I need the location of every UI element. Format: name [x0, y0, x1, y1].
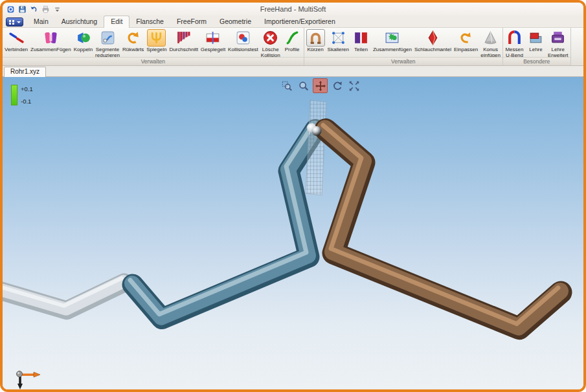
ribbon-button-koppeln[interactable]: Koppeln	[73, 29, 94, 53]
ribbon-group-1: KürzenSkalierenTeilenZusammenfügenSchlau…	[304, 28, 503, 65]
ribbon-button-label: Schlauchmantel	[414, 47, 451, 53]
einpassen-icon	[456, 29, 475, 47]
zoom-button[interactable]	[296, 78, 311, 93]
fit-view-button[interactable]	[346, 78, 361, 93]
tab-freeform[interactable]: FreeForm	[170, 16, 213, 27]
legend-max-value: +0.1	[21, 85, 33, 93]
loesche-kollision-icon	[261, 29, 280, 47]
lehre-icon	[526, 29, 545, 47]
window-title: FreeHand - MultiSoft	[3, 5, 583, 13]
ribbon-button-loesche-kollision[interactable]: Lösche Kollision	[260, 29, 282, 59]
ribbon-button-label: Lehre	[529, 47, 542, 53]
zusammenfuegen-icon	[41, 29, 60, 47]
ribbon-button-lehre-erweitert[interactable]: Lehre Erweitert	[547, 29, 570, 59]
ribbon-button-label: Spiegeln	[146, 47, 166, 53]
verbinden-icon	[7, 29, 26, 47]
ribbon-tabs: MainAusrichtungEditFlanscheFreeFormGeome…	[27, 16, 342, 27]
legend-min-value: -0.1	[21, 98, 33, 105]
rotate-button[interactable]	[330, 78, 344, 93]
title-bar[interactable]: FreeHand - MultiSoft	[3, 3, 583, 16]
kuerzen-icon	[306, 29, 325, 47]
ribbon-button-einpassen[interactable]: Einpassen	[453, 29, 479, 53]
ribbon-button-label: Kürzen	[307, 47, 323, 53]
messen-ubend-icon	[505, 29, 524, 47]
ribbon-button-label: Teilen	[354, 47, 368, 53]
ribbon-group-title: Verwalten	[304, 57, 502, 65]
ribbon-button-label: Profile	[285, 47, 300, 53]
tab-importieren-exportieren[interactable]: Importieren/Exportieren	[258, 16, 342, 27]
tab-ausrichtung[interactable]: Ausrichtung	[55, 16, 104, 27]
ribbon-group-title: Verwalten	[3, 57, 304, 65]
ribbon-button-zusammenfuegen[interactable]: ZusammenFügen	[29, 29, 73, 53]
gespiegelt-icon	[203, 29, 222, 47]
ribbon-button-label: Koppeln	[74, 47, 93, 53]
ribbon-button-zusammenfuegen2[interactable]: Zusammenfügen	[372, 29, 413, 53]
spiegeln-icon	[147, 29, 166, 47]
ribbon-button-konus-einfuegen[interactable]: Konus einfügen	[479, 29, 502, 59]
profile-icon	[283, 29, 302, 47]
ribbon-button-kollisionstest[interactable]: Kollisionstest	[227, 29, 260, 53]
ribbon-button-messen-ubend[interactable]: Messen U-Bend	[504, 29, 525, 59]
ribbon-button-label: Verbinden	[5, 47, 28, 53]
ribbon-group-0: VerbindenZusammenFügenKoppelnSegmente re…	[3, 28, 304, 65]
lehre-erweitert-icon	[548, 29, 567, 47]
tab-flansche[interactable]: Flansche	[130, 16, 170, 27]
ribbon-button-durchschnitt[interactable]: Durchschnitt	[168, 29, 199, 53]
ribbon-group-2: Messen U-BendLehreLehre ErweitertBesonde…	[503, 28, 571, 65]
ribbon-button-segmente-reduzieren[interactable]: Segmente reduzieren	[94, 29, 121, 59]
tab-edit[interactable]: Edit	[104, 16, 130, 28]
ribbon-button-label: Einpassen	[454, 47, 478, 53]
skalieren-icon	[329, 29, 348, 47]
zoom-icon	[298, 80, 310, 92]
zoom-window-button[interactable]	[279, 78, 294, 93]
ribbon-button-label: Rükwärts	[122, 47, 144, 53]
viewport-toolbar	[279, 78, 361, 93]
ribbon-button-kuerzen[interactable]: Kürzen	[305, 29, 326, 53]
zoom-window-icon	[281, 80, 293, 92]
ribbon-button-teilen[interactable]: Teilen	[350, 29, 372, 53]
ribbon-button-rueckwaerts[interactable]: Rükwärts	[121, 29, 145, 53]
ribbon-button-label: Gespiegelt	[201, 47, 225, 53]
ribbon-button-label: ZusammenFügen	[30, 47, 71, 53]
window-border: FreeHand - MultiSoft MainAusrichtungEdit…	[0, 0, 586, 392]
ribbon: VerbindenZusammenFügenKoppelnSegmente re…	[3, 28, 583, 66]
ribbon-groups: VerbindenZusammenFügenKoppelnSegmente re…	[3, 28, 571, 65]
ribbon-button-lehre[interactable]: Lehre	[525, 29, 547, 53]
tab-geometrie[interactable]: Geometrie	[213, 16, 258, 27]
ribbon-button-gespiegelt[interactable]: Gespiegelt	[199, 29, 227, 53]
scene-svg-container	[3, 77, 583, 389]
durchschnitt-icon	[174, 29, 193, 47]
app-menu-button[interactable]	[6, 17, 23, 27]
pan-icon	[315, 80, 326, 92]
ribbon-button-label: Durchschnitt	[169, 47, 197, 53]
ribbon-button-schlauchmantel[interactable]: Schlauchmantel	[413, 29, 453, 53]
rueckwaerts-icon	[124, 29, 142, 47]
teilen-icon	[352, 29, 370, 47]
kollisionstest-icon	[234, 29, 253, 47]
ribbon-button-label: Zusammenfügen	[373, 47, 412, 53]
koppeln-icon	[74, 29, 93, 47]
ribbon-button-verbinden[interactable]: Verbinden	[3, 29, 29, 53]
deviation-legend: +0.1 -0.1	[11, 85, 33, 105]
konus-einfuegen-icon	[481, 29, 500, 47]
ribbon-button-profile[interactable]: Profile	[282, 29, 303, 53]
ribbon-button-label: Skalieren	[328, 47, 349, 53]
legend-color-bar	[11, 85, 17, 105]
rotate-icon	[332, 80, 343, 92]
application-window: FreeHand - MultiSoft MainAusrichtungEdit…	[0, 0, 586, 392]
tab-main[interactable]: Main	[27, 16, 55, 27]
ribbon-button-label: Kollisionstest	[228, 47, 258, 53]
pan-button[interactable]	[313, 78, 328, 93]
schlauchmantel-icon	[423, 29, 442, 47]
ribbon-button-spiegeln[interactable]: Spiegeln	[145, 29, 168, 53]
ribbon-tab-bar: MainAusrichtungEditFlanscheFreeFormGeome…	[3, 16, 583, 28]
zusammenfuegen2-icon	[383, 29, 401, 47]
ribbon-button-skalieren[interactable]: Skalieren	[326, 29, 350, 53]
document-tab-rohr1-xyz[interactable]: Rohr1.xyz	[4, 67, 46, 77]
ribbon-group-title: Besondere	[503, 57, 570, 65]
segmente-reduzieren-icon	[98, 29, 117, 47]
document-tabbar: Rohr1.xyz	[3, 66, 583, 77]
viewport-3d[interactable]: +0.1 -0.1	[3, 77, 583, 389]
fit-view-icon	[348, 80, 360, 92]
